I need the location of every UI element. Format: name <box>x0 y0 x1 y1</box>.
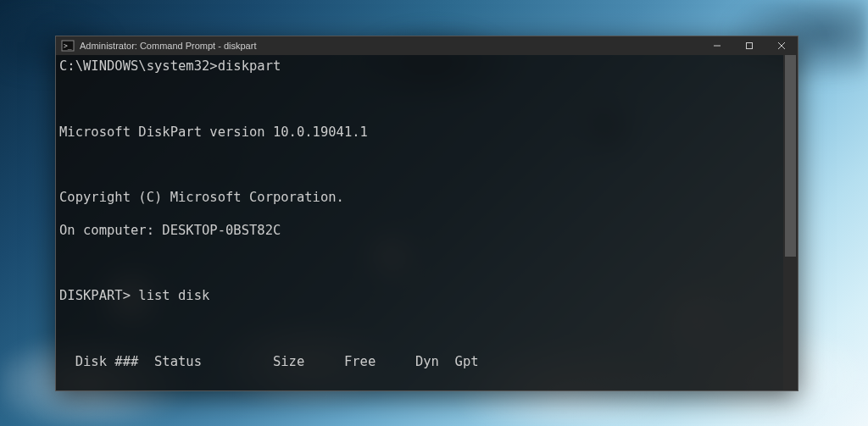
version-line: Microsoft DiskPart version 10.0.19041.1 <box>59 124 783 141</box>
blank-line <box>59 256 783 272</box>
titlebar[interactable]: >_ Administrator: Command Prompt - diskp… <box>56 36 798 55</box>
prompt-path: C:\WINDOWS\system32> <box>59 58 218 74</box>
disk-table-divider: -------- ------------- ------- ------- -… <box>59 387 783 391</box>
blank-line <box>59 321 783 337</box>
window-title: Administrator: Command Prompt - diskpart <box>80 41 256 51</box>
disk-table-header: Disk ### Status Size Free Dyn Gpt <box>59 354 783 370</box>
blank-line <box>59 157 783 173</box>
minimize-button[interactable] <box>701 36 733 55</box>
terminal-body: C:\WINDOWS\system32>diskpart Microsoft D… <box>56 55 798 390</box>
prompt-line: C:\WINDOWS\system32>diskpart <box>59 58 783 75</box>
diskpart-prompt-line: DISKPART> list disk <box>59 288 783 304</box>
command-text: list disk <box>138 288 209 303</box>
svg-rect-3 <box>747 43 753 49</box>
copyright-line: Copyright (C) Microsoft Corporation. <box>59 190 783 206</box>
terminal-content[interactable]: C:\WINDOWS\system32>diskpart Microsoft D… <box>56 55 783 390</box>
computer-line: On computer: DESKTOP-0BST82C <box>59 223 783 239</box>
vertical-scrollbar[interactable] <box>783 55 798 390</box>
maximize-button[interactable] <box>733 36 765 55</box>
cmd-icon: >_ <box>61 39 75 53</box>
scrollbar-thumb[interactable] <box>785 55 796 257</box>
blank-line <box>59 91 783 108</box>
svg-text:>_: >_ <box>64 42 72 50</box>
command-prompt-window: >_ Administrator: Command Prompt - diskp… <box>55 36 798 391</box>
close-button[interactable] <box>765 36 798 55</box>
command-text: diskpart <box>218 58 281 74</box>
diskpart-prompt: DISKPART> <box>59 288 131 303</box>
